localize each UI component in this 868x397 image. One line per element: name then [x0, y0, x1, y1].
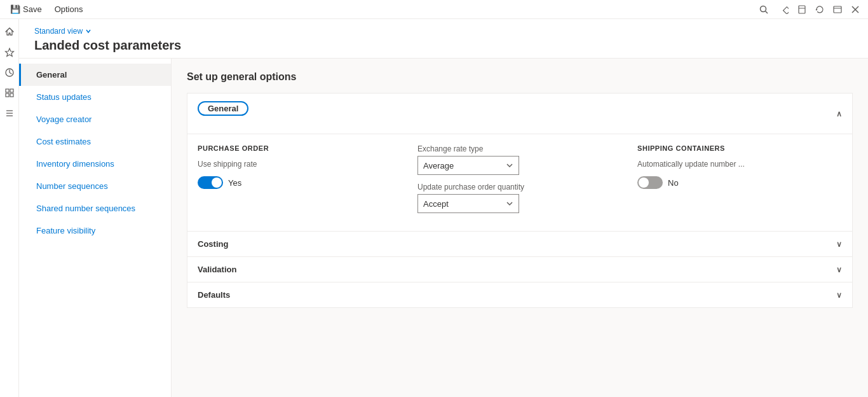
accordion-label-validation: Validation [198, 265, 236, 274]
select-label-1-0: Exchange rate type [417, 144, 622, 153]
save-icon: 💾 [10, 4, 20, 14]
nav-grid-icon[interactable] [2, 85, 17, 101]
main-content: Set up general options GeneralPURCHASE O… [172, 59, 868, 397]
sidebar-item-general[interactable]: General [19, 64, 171, 86]
svg-rect-13 [6, 94, 9, 97]
main-layout: Standard view Landed cost parameters Gen… [0, 19, 868, 397]
accordion-validation: Validation [187, 257, 853, 282]
close-icon-btn[interactable] [848, 2, 863, 17]
section-title: Set up general options [187, 71, 853, 83]
sidebar-item-feature-visibility[interactable]: Feature visibility [19, 219, 171, 242]
chevron-down-icon [85, 28, 92, 34]
search-icon [759, 5, 768, 14]
close-icon [851, 6, 859, 13]
accordion-defaults: Defaults [187, 282, 853, 308]
svg-line-1 [766, 11, 768, 13]
sidebar: GeneralStatus updatesVoyage creatorCost … [19, 59, 172, 397]
toggle-row-2: No [637, 176, 842, 189]
chevron-down-icon [836, 265, 842, 274]
accordion-costing: Costing [187, 232, 853, 257]
toggle-0[interactable] [198, 176, 223, 189]
toggle-2[interactable] [637, 176, 663, 189]
options-button[interactable]: Options [50, 1, 88, 18]
search-button[interactable] [756, 2, 771, 17]
svg-rect-3 [799, 6, 805, 13]
accordion-header-defaults[interactable]: Defaults [187, 282, 852, 307]
section-label-0: PURCHASE ORDER [198, 144, 402, 152]
columns-layout: PURCHASE ORDERUse shipping rateYesExchan… [198, 144, 842, 221]
toggle-label-0: Yes [228, 178, 241, 188]
accordions-container: GeneralPURCHASE ORDERUse shipping rateYe… [187, 93, 853, 308]
svg-rect-11 [6, 89, 9, 92]
select-label-1-1: Update purchase order quantity [417, 183, 622, 192]
select-1-0[interactable]: AverageCurrentSales date [417, 156, 519, 175]
window-icon-btn[interactable] [830, 2, 845, 17]
svg-rect-5 [834, 6, 841, 13]
page-title: Landed cost parameters [34, 38, 853, 53]
svg-rect-2 [783, 6, 789, 13]
accordion-header-costing[interactable]: Costing [187, 232, 852, 256]
save-label: Save [23, 4, 42, 14]
svg-rect-14 [10, 94, 13, 97]
accordion-label-defaults: Defaults [198, 290, 230, 300]
diamond-icon-btn[interactable] [776, 2, 792, 17]
nav-clock-icon[interactable] [2, 65, 17, 80]
chevron-down-icon [836, 290, 842, 300]
field-label-2-0: Automatically update number ... [637, 160, 842, 169]
standard-view-btn[interactable]: Standard view [34, 27, 853, 36]
toggle-group-2: No [637, 176, 842, 189]
toggle-label-2: No [668, 178, 679, 188]
options-label: Options [55, 4, 83, 14]
body-layout: GeneralStatus updatesVoyage creatorCost … [19, 59, 868, 397]
column-0: PURCHASE ORDERUse shipping rateYes [198, 144, 402, 221]
accordion-label-costing: Costing [198, 239, 228, 249]
bookmark-icon-btn[interactable] [794, 2, 810, 17]
toggle-row-0: Yes [198, 176, 402, 189]
sidebar-item-shared-number-sequences[interactable]: Shared number sequences [19, 197, 171, 219]
svg-point-0 [761, 6, 766, 11]
chevron-up-icon [836, 109, 842, 118]
sidebar-item-voyage-creator[interactable]: Voyage creator [19, 108, 171, 130]
section-label-2: SHIPPING CONTAINERS [637, 144, 842, 152]
accordion-header-validation[interactable]: Validation [187, 257, 852, 282]
toolbar: 💾 Save Options [0, 0, 868, 19]
accordion-body-general: PURCHASE ORDERUse shipping rateYesExchan… [187, 134, 852, 231]
sidebar-item-cost-estimates[interactable]: Cost estimates [19, 130, 171, 153]
nav-rail [0, 19, 19, 397]
sidebar-item-number-sequences[interactable]: Number sequences [19, 175, 171, 197]
svg-marker-9 [5, 48, 13, 57]
select-1-1[interactable]: AcceptWarningError [417, 194, 519, 213]
column-2: SHIPPING CONTAINERSAutomatically update … [637, 144, 842, 221]
nav-home-icon[interactable] [2, 24, 17, 39]
page-header: Standard view Landed cost parameters [19, 19, 868, 59]
chevron-down-icon [836, 239, 842, 249]
accordion-header-general[interactable]: General [187, 94, 852, 134]
field-label-0-0: Use shipping rate [198, 160, 402, 169]
refresh-icon [815, 5, 824, 14]
content-area: Standard view Landed cost parameters Gen… [19, 19, 868, 397]
nav-list-icon[interactable] [2, 106, 17, 121]
nav-star-icon[interactable] [2, 45, 17, 60]
save-button[interactable]: 💾 Save [5, 1, 47, 18]
sidebar-item-inventory-dimensions[interactable]: Inventory dimensions [19, 153, 171, 175]
window-icon [833, 6, 842, 13]
standard-view-label: Standard view [34, 27, 83, 36]
diamond-icon [780, 5, 789, 14]
refresh-icon-btn[interactable] [812, 2, 827, 17]
toggle-group-0: Yes [198, 176, 402, 189]
accordion-general: GeneralPURCHASE ORDERUse shipping rateYe… [187, 93, 853, 232]
sidebar-item-status-updates[interactable]: Status updates [19, 86, 171, 108]
svg-rect-12 [10, 89, 13, 92]
column-1: Exchange rate typeAverageCurrentSales da… [417, 144, 622, 221]
general-tab-pill[interactable]: General [198, 101, 248, 116]
toolbar-right-icons [776, 2, 863, 17]
bookmark-icon [798, 5, 806, 14]
